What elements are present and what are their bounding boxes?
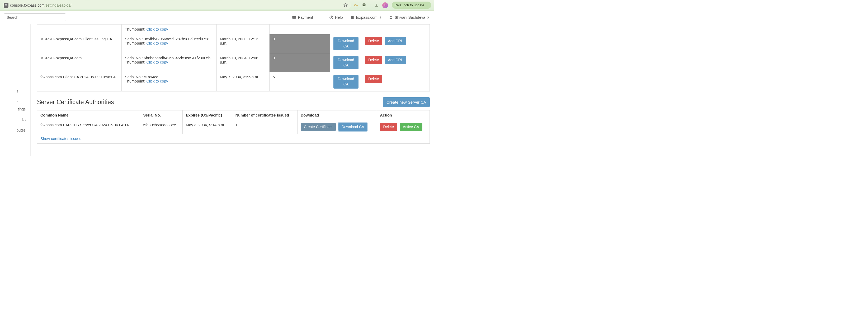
delete-button[interactable]: Delete bbox=[365, 75, 382, 83]
url-text: console.foxpass.com/settings/eap-tls/ bbox=[10, 3, 341, 7]
bookmark-star-icon[interactable] bbox=[343, 3, 348, 8]
col-issued: Number of certificates issued bbox=[232, 110, 297, 120]
download-ca-button[interactable]: Download CA bbox=[334, 75, 359, 88]
issued-count: 0 bbox=[270, 34, 330, 53]
sidebar: ❯ ⌄ tings ks ibutes bbox=[0, 24, 31, 156]
copy-thumbprint-link[interactable]: Click to copy bbox=[146, 79, 168, 83]
svg-point-0 bbox=[354, 4, 356, 6]
table-row: foxpass.com EAP-TLS Server CA 2024-05-06… bbox=[37, 120, 430, 134]
expires-value: May 7, 2034, 3:56 a.m. bbox=[217, 72, 270, 91]
active-ca-button[interactable]: Active CA bbox=[400, 123, 422, 131]
user-menu[interactable]: Shivani Sachdeva ❯ bbox=[388, 15, 430, 20]
browser-chrome-bar: console.foxpass.com/settings/eap-tls/ | … bbox=[0, 0, 434, 10]
server-ca-section-header: Server Certificate Authorities Create ne… bbox=[37, 97, 430, 107]
section-title: Server Certificate Authorities bbox=[37, 99, 114, 106]
chrome-toolbar-icons: | S Relaunch to update ⋮ bbox=[354, 2, 431, 9]
ca-name: MSPKI FoxpassQA.com bbox=[37, 53, 122, 72]
serial-value: c1a94ce bbox=[144, 75, 158, 79]
sidebar-item-ks[interactable]: ks bbox=[0, 114, 30, 125]
domain-switcher[interactable]: foxpass.com ❯ bbox=[349, 15, 382, 20]
add-crl-button[interactable]: Add CRL bbox=[385, 37, 406, 45]
help-icon bbox=[329, 15, 334, 20]
copy-thumbprint-link[interactable]: Click to copy bbox=[146, 27, 168, 31]
profile-avatar[interactable]: S bbox=[382, 2, 388, 8]
extensions-icon[interactable] bbox=[362, 3, 366, 7]
search-input[interactable] bbox=[4, 13, 66, 21]
col-serial: Serial No. bbox=[140, 110, 183, 120]
sidebar-expand-icon[interactable]: ❯ bbox=[0, 88, 30, 94]
table-row: MSPKI FoxpassQA.com Client Issuing CA Se… bbox=[37, 34, 430, 53]
delete-button[interactable]: Delete bbox=[365, 56, 382, 64]
site-security-icon[interactable] bbox=[4, 3, 8, 8]
expires-value: March 13, 2034, 12:08 p.m. bbox=[217, 53, 270, 72]
server-ca-name: foxpass.com EAP-TLS Server CA 2024-05-06… bbox=[37, 120, 140, 134]
create-server-ca-button[interactable]: Create new Server CA bbox=[383, 97, 430, 107]
copy-thumbprint-link[interactable]: Click to copy bbox=[146, 60, 168, 64]
help-link[interactable]: Help bbox=[328, 15, 344, 20]
download-server-ca-button[interactable]: Download CA bbox=[338, 123, 368, 131]
table-row: Thumbprint: Click to copy bbox=[37, 25, 430, 34]
table-row: Show certificates issued bbox=[37, 134, 430, 144]
table-row: foxpass.com Client CA 2024-05-09 10:56:0… bbox=[37, 72, 430, 91]
sidebar-item-settings[interactable]: tings bbox=[0, 104, 30, 114]
download-icon[interactable] bbox=[374, 3, 378, 7]
delete-server-ca-button[interactable]: Delete bbox=[380, 123, 397, 131]
svg-point-4 bbox=[390, 16, 392, 17]
server-ca-expires: May 3, 2034, 9:14 p.m. bbox=[183, 120, 232, 134]
client-ca-table: Thumbprint: Click to copy MSPKI FoxpassQ… bbox=[37, 24, 430, 92]
payment-link[interactable]: Payment bbox=[291, 15, 314, 20]
col-action: Action bbox=[377, 110, 430, 120]
sidebar-item-attributes[interactable]: ibutes bbox=[0, 125, 30, 136]
table-row: MSPKI FoxpassQA.com Serial No.: 6b6bdbaa… bbox=[37, 53, 430, 72]
relaunch-button[interactable]: Relaunch to update ⋮ bbox=[392, 2, 431, 9]
col-expires: Expires (US/Pacific) bbox=[183, 110, 232, 120]
copy-thumbprint-link[interactable]: Click to copy bbox=[146, 41, 168, 45]
thumbprint-label: Thumbprint: bbox=[125, 41, 146, 45]
col-download: Download bbox=[297, 110, 377, 120]
show-certificates-link[interactable]: Show certificates issued bbox=[40, 137, 82, 141]
serial-label: Serial No.: bbox=[125, 37, 144, 41]
thumbprint-label: Thumbprint: bbox=[125, 60, 146, 64]
expires-value: March 13, 2030, 12:13 p.m. bbox=[217, 34, 270, 53]
thumbprint-label: Thumbprint: bbox=[125, 27, 146, 31]
server-ca-table: Common Name Serial No. Expires (US/Pacif… bbox=[37, 110, 430, 144]
toolbar-divider: | bbox=[370, 3, 371, 7]
ca-name: MSPKI FoxpassQA.com Client Issuing CA bbox=[37, 34, 122, 53]
svg-rect-2 bbox=[292, 17, 296, 18]
delete-button[interactable]: Delete bbox=[365, 37, 382, 45]
app-header: Payment Help foxpass.com ❯ Shivani Sachd… bbox=[0, 10, 434, 24]
thumbprint-label: Thumbprint: bbox=[125, 79, 146, 83]
issued-count: 0 bbox=[270, 53, 330, 72]
address-bar[interactable]: console.foxpass.com/settings/eap-tls/ bbox=[3, 1, 351, 9]
serial-label: Serial No.: bbox=[125, 75, 144, 79]
kebab-icon: ⋮ bbox=[425, 3, 429, 7]
server-ca-serial: 5fa30cb598a383ee bbox=[140, 120, 183, 134]
create-certificate-button[interactable]: Create Certificate bbox=[301, 123, 336, 131]
server-ca-issued: 1 bbox=[232, 120, 297, 134]
sidebar-collapse-icon[interactable]: ⌄ bbox=[0, 94, 30, 104]
download-ca-button[interactable]: Download CA bbox=[334, 56, 359, 69]
serial-value: 3c5fbb420668e9f3287b980d9ecd0728 bbox=[144, 37, 209, 41]
user-icon bbox=[389, 15, 393, 20]
col-common-name: Common Name bbox=[37, 110, 140, 120]
issued-count: 5 bbox=[270, 72, 330, 91]
password-manager-icon[interactable] bbox=[354, 3, 358, 7]
building-icon bbox=[350, 15, 354, 20]
credit-card-icon bbox=[292, 15, 296, 20]
chevron-right-icon: ❯ bbox=[379, 15, 381, 19]
serial-label: Serial No.: bbox=[125, 56, 144, 60]
serial-value: 6b6bdbaadb426c846dc9ea941f23005b bbox=[144, 56, 210, 60]
download-ca-button[interactable]: Download CA bbox=[334, 37, 359, 50]
add-crl-button[interactable]: Add CRL bbox=[385, 56, 406, 64]
chevron-right-icon: ❯ bbox=[427, 15, 429, 19]
main-content: Thumbprint: Click to copy MSPKI FoxpassQ… bbox=[31, 24, 434, 156]
ca-name: foxpass.com Client CA 2024-05-09 10:56:0… bbox=[37, 72, 122, 91]
